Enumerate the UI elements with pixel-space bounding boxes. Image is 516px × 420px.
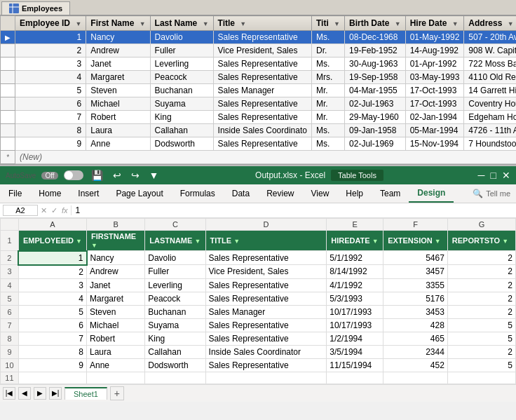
col-first-name[interactable]: First Name ▼: [86, 16, 150, 31]
cell-d-8[interactable]: Sales Representative: [205, 332, 327, 345]
cell-hire-date[interactable]: 01-May-1992: [405, 31, 464, 44]
cell-birth-date[interactable]: 19-Sep-1958: [345, 71, 406, 84]
access-table-row[interactable]: 6 Michael Suyama Sales Representative Mr…: [1, 97, 517, 111]
cell-b-3[interactable]: Andrew: [87, 265, 145, 279]
cell-first-name[interactable]: Steven: [86, 84, 150, 97]
cell-title[interactable]: Inside Sales Coordinato: [213, 124, 311, 137]
cell-last-name[interactable]: Peacock: [150, 71, 213, 84]
cell-title[interactable]: Sales Manager: [213, 84, 311, 97]
cell-title[interactable]: Sales Representative: [213, 111, 311, 124]
tab-formulas[interactable]: Formulas: [172, 185, 224, 202]
col-title[interactable]: Title ▼: [213, 16, 311, 31]
cell-employee-id[interactable]: 7: [15, 111, 86, 124]
cell-first-name[interactable]: Laura: [86, 124, 150, 137]
cell-g-11[interactable]: [447, 372, 515, 384]
cell-c-5[interactable]: Peacock: [145, 292, 205, 305]
cell-e-10[interactable]: 11/15/1994: [327, 358, 383, 372]
tab-page-layout[interactable]: Page Layout: [107, 185, 171, 202]
cell-first-name[interactable]: Michael: [86, 97, 150, 111]
cell-a-10[interactable]: 9: [18, 358, 86, 372]
cell-f-4[interactable]: 3355: [383, 278, 448, 292]
tab-review[interactable]: Review: [258, 185, 302, 202]
cell-e-11[interactable]: [327, 372, 383, 384]
cell-employee-id[interactable]: 2: [15, 44, 86, 57]
col-header-f[interactable]: F: [383, 219, 448, 231]
cell-address[interactable]: Edgeham Hollow: [464, 111, 516, 124]
tab-help[interactable]: Help: [337, 185, 372, 202]
cell-birth-date[interactable]: 09-Jan-1958: [345, 124, 406, 137]
cell-address[interactable]: 722 Moss Bay Blvd.: [464, 57, 516, 71]
cell-last-name[interactable]: Fuller: [150, 44, 213, 57]
excel-table-row[interactable]: 6 5 Steven Buchanan Sales Manager 10/17/…: [1, 305, 516, 318]
cell-g-7[interactable]: 5: [447, 318, 515, 332]
cell-employee-id[interactable]: 8: [15, 124, 86, 137]
cell-e-4[interactable]: 4/1/1992: [327, 278, 383, 292]
cell-g-3[interactable]: 2: [447, 265, 515, 279]
excel-table-row[interactable]: 5 4 Margaret Peacock Sales Representativ…: [1, 292, 516, 305]
cell-d-6[interactable]: Sales Manager: [205, 305, 327, 318]
cell-hire-date[interactable]: 17-Oct-1993: [405, 84, 464, 97]
cell-b-10[interactable]: Anne: [87, 358, 145, 372]
cell-last-name[interactable]: King: [150, 111, 213, 124]
maximize-btn[interactable]: □: [491, 170, 496, 181]
cell-a-5[interactable]: 4: [18, 292, 86, 305]
redo-icon[interactable]: ↪: [129, 169, 142, 182]
tab-view[interactable]: View: [303, 185, 338, 202]
cell-address[interactable]: 908 W. Capital Way: [464, 44, 516, 57]
col-title-excel[interactable]: TITLE ▼: [205, 231, 327, 251]
cell-g-2[interactable]: 2: [447, 251, 515, 265]
cell-c-8[interactable]: King: [145, 332, 205, 345]
cell-f-9[interactable]: 2344: [383, 345, 448, 358]
cell-b-11[interactable]: [87, 372, 145, 384]
cell-titi[interactable]: Ms.: [311, 57, 344, 71]
cell-last-name[interactable]: Buchanan: [150, 84, 213, 97]
cell-last-name[interactable]: Davolio: [150, 31, 213, 44]
insert-function-icon[interactable]: fx: [62, 206, 68, 215]
cell-d-7[interactable]: Sales Representative: [205, 318, 327, 332]
col-lastname[interactable]: LASTNAME ▼: [145, 231, 205, 251]
access-table-row[interactable]: 9 Anne Dodsworth Sales Representative Ms…: [1, 137, 517, 151]
cell-c-2[interactable]: Davolio: [145, 251, 205, 265]
cell-d-10[interactable]: Sales Representative: [205, 358, 327, 372]
cell-b-9[interactable]: Laura: [87, 345, 145, 358]
cell-hire-date[interactable]: 05-Mar-1994: [405, 124, 464, 137]
cell-hire-date[interactable]: 14-Aug-1992: [405, 44, 464, 57]
col-address[interactable]: Address ▼: [464, 16, 516, 31]
cell-f-3[interactable]: 3457: [383, 265, 448, 279]
cell-e-2[interactable]: 5/1/1992: [327, 251, 383, 265]
cell-f-10[interactable]: 452: [383, 358, 448, 372]
col-extension[interactable]: EXTENSION ▼: [383, 231, 448, 251]
cell-address[interactable]: 7 Houndstooth Rd.: [464, 137, 516, 151]
access-table-row[interactable]: 3 Janet Leverling Sales Representative M…: [1, 57, 517, 71]
cell-c-4[interactable]: Leverling: [145, 278, 205, 292]
cell-e-9[interactable]: 3/5/1994: [327, 345, 383, 358]
access-table-container[interactable]: Employee ID ▼ First Name ▼ Last Name ▼ T…: [0, 15, 516, 164]
col-employeeid[interactable]: EMPLOYEEID ▼: [18, 231, 86, 251]
cell-hire-date[interactable]: 17-Oct-1993: [405, 97, 464, 111]
confirm-formula-icon[interactable]: ✓: [51, 206, 57, 215]
sheet-nav-last[interactable]: ▶|: [49, 387, 62, 400]
cell-g-9[interactable]: 2: [447, 345, 515, 358]
col-employee-id[interactable]: Employee ID ▼: [15, 16, 86, 31]
cell-hire-date[interactable]: 02-Jan-1994: [405, 111, 464, 124]
cell-employee-id[interactable]: 5: [15, 84, 86, 97]
excel-table-row[interactable]: 7 6 Michael Suyama Sales Representative …: [1, 318, 516, 332]
cell-b-6[interactable]: Steven: [87, 305, 145, 318]
undo-icon[interactable]: ↩: [111, 169, 123, 182]
tab-data[interactable]: Data: [224, 185, 258, 202]
autosave-toggle[interactable]: [64, 170, 83, 180]
cell-birth-date[interactable]: 30-Aug-1963: [345, 57, 406, 71]
col-header-c[interactable]: C: [145, 219, 205, 231]
cell-address[interactable]: 507 - 20th Ave. E.: [464, 31, 516, 44]
sheet-tab-1[interactable]: Sheet1: [64, 387, 107, 400]
cell-title[interactable]: Sales Representative: [213, 71, 311, 84]
minimize-btn[interactable]: ─: [478, 170, 485, 181]
cell-hire-date[interactable]: 01-Apr-1992: [405, 57, 464, 71]
cell-f-8[interactable]: 465: [383, 332, 448, 345]
access-table-row[interactable]: 7 Robert King Sales Representative Mr. 2…: [1, 111, 517, 124]
access-table-row[interactable]: 5 Steven Buchanan Sales Manager Mr. 04-M…: [1, 84, 517, 97]
employees-tab[interactable]: Employees: [1, 1, 70, 15]
cell-first-name[interactable]: Nancy: [86, 31, 150, 44]
cell-reference-box[interactable]: [3, 205, 38, 216]
col-header-a[interactable]: A: [18, 219, 86, 231]
